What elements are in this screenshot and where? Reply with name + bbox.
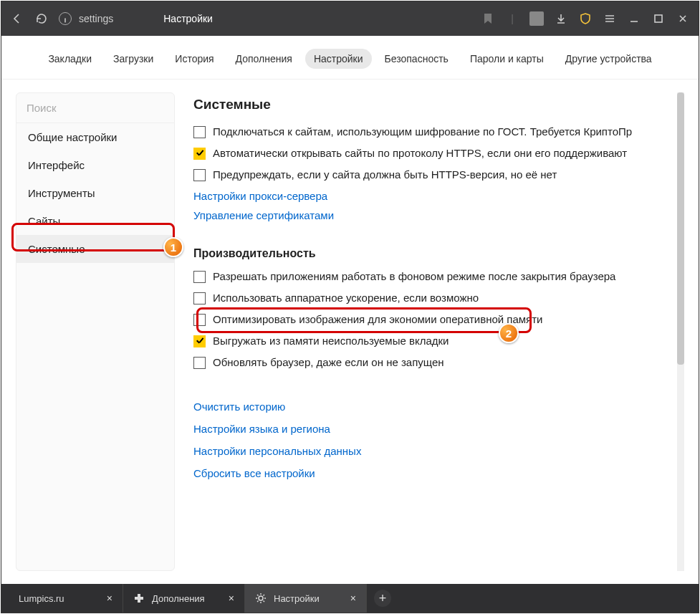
tab-label-1: Дополнения xyxy=(152,593,205,604)
browser-tab-0[interactable]: Lumpics.ru× xyxy=(1,584,123,613)
perf-option-label-2: Оптимизировать изображения для экономии … xyxy=(213,313,542,325)
content-area: Поиск Общие настройкиИнтерфейсИнструмент… xyxy=(1,80,699,584)
top-tab-7[interactable]: Другие устройства xyxy=(557,49,661,69)
sidebar-item-2[interactable]: Инструменты xyxy=(16,179,174,207)
perf-option-row-3: Выгружать из памяти неиспользуемые вклад… xyxy=(193,335,684,347)
system-option-row-0: Подключаться к сайтам, использующим шифр… xyxy=(193,125,684,138)
browser-tab-2[interactable]: Настройки× xyxy=(245,584,367,613)
sidebar-item-4[interactable]: Системные xyxy=(16,235,174,263)
tab-close-1[interactable]: × xyxy=(229,593,234,604)
scrollbar-track[interactable] xyxy=(677,92,684,571)
perf-option-row-1: Использовать аппаратное ускорение, если … xyxy=(193,292,684,304)
divider: | xyxy=(505,11,519,26)
system-option-label-1: Автоматически открывать сайты по протоко… xyxy=(213,147,627,159)
minimize-button[interactable] xyxy=(627,11,641,26)
sidebar-item-1[interactable]: Интерфейс xyxy=(16,151,174,179)
cert-link[interactable]: Управление сертификатами xyxy=(193,209,684,221)
top-tab-1[interactable]: Загрузки xyxy=(105,49,162,69)
perf-option-label-3: Выгружать из памяти неиспользуемые вклад… xyxy=(213,335,449,347)
downloads-icon[interactable] xyxy=(554,11,568,26)
close-button[interactable] xyxy=(676,11,690,26)
perf-option-checkbox-3[interactable] xyxy=(193,335,206,347)
bookmark-icon[interactable] xyxy=(481,11,495,26)
sidebar-item-0[interactable]: Общие настройки xyxy=(16,123,174,151)
svg-point-1 xyxy=(259,596,263,600)
system-option-checkbox-2[interactable] xyxy=(193,169,206,181)
perf-option-checkbox-2[interactable] xyxy=(193,314,206,326)
lang-region-link[interactable]: Настройки языка и региона xyxy=(193,423,684,435)
new-tab-button[interactable]: + xyxy=(374,590,391,607)
tab-favicon-2 xyxy=(255,593,267,604)
system-option-checkbox-0[interactable] xyxy=(193,126,206,138)
tab-label-0: Lumpics.ru xyxy=(19,593,64,604)
protect-icon[interactable] xyxy=(578,11,593,26)
perf-option-label-0: Разрешать приложениям работать в фоновом… xyxy=(213,270,615,282)
top-tab-6[interactable]: Пароли и карты xyxy=(461,49,552,69)
perf-option-row-0: Разрешать приложениям работать в фоновом… xyxy=(193,270,684,283)
perf-option-row-2: Оптимизировать изображения для экономии … xyxy=(193,313,684,326)
callout-badge-2: 2 xyxy=(499,323,519,343)
settings-sidebar: Поиск Общие настройкиИнтерфейсИнструмент… xyxy=(16,92,175,571)
system-option-label-2: Предупреждать, если у сайта должна быть … xyxy=(213,168,557,181)
scrollbar-thumb[interactable] xyxy=(677,92,684,365)
address-bar[interactable]: settings Настройки xyxy=(59,12,471,25)
avatar-icon[interactable] xyxy=(529,11,544,26)
perf-option-checkbox-4[interactable] xyxy=(193,357,206,369)
top-tab-5[interactable]: Безопасность xyxy=(376,49,457,69)
tab-close-0[interactable]: × xyxy=(107,593,112,604)
perf-option-label-4: Обновлять браузер, даже если он не запущ… xyxy=(213,356,444,368)
system-option-label-0: Подключаться к сайтам, использующим шифр… xyxy=(213,125,632,138)
section-title-performance: Производительность xyxy=(193,247,684,260)
personal-data-link[interactable]: Настройки персональных данных xyxy=(193,445,684,457)
browser-tab-1[interactable]: Дополнения× xyxy=(123,584,245,613)
browser-tabs: Lumpics.ru×Дополнения×Настройки×+ xyxy=(1,584,699,613)
tab-favicon-1 xyxy=(133,593,145,604)
menu-icon[interactable] xyxy=(603,11,617,26)
perf-option-row-4: Обновлять браузер, даже если он не запущ… xyxy=(193,356,684,369)
tab-close-2[interactable]: × xyxy=(350,593,356,604)
system-option-row-2: Предупреждать, если у сайта должна быть … xyxy=(193,168,684,181)
yandex-icon xyxy=(59,12,72,25)
maximize-button[interactable] xyxy=(651,11,666,26)
titlebar: settings Настройки | xyxy=(1,1,699,36)
perf-option-checkbox-1[interactable] xyxy=(193,292,206,304)
top-tab-0[interactable]: Закладки xyxy=(39,49,100,69)
section-title-system: Системные xyxy=(193,97,684,112)
svg-rect-0 xyxy=(655,15,662,22)
system-option-row-1: Автоматически открывать сайты по протоко… xyxy=(193,147,684,160)
top-tab-4[interactable]: Настройки xyxy=(305,49,372,69)
page-title: Настройки xyxy=(163,13,213,24)
top-tab-2[interactable]: История xyxy=(166,49,222,69)
reset-settings-link[interactable]: Сбросить все настройки xyxy=(193,467,684,479)
back-button[interactable] xyxy=(10,11,24,26)
reload-button[interactable] xyxy=(34,11,49,26)
clear-history-link[interactable]: Очистить историю xyxy=(193,400,684,413)
search-input[interactable]: Поиск xyxy=(16,93,174,123)
perf-option-label-1: Использовать аппаратное ускорение, если … xyxy=(213,292,479,304)
callout-badge-1: 1 xyxy=(163,237,183,257)
tab-label-2: Настройки xyxy=(274,593,320,604)
system-option-checkbox-1[interactable] xyxy=(193,148,206,160)
main-panel: Системные Подключаться к сайтам, использ… xyxy=(188,92,684,571)
address-text: settings xyxy=(79,13,113,24)
sidebar-item-3[interactable]: Сайты xyxy=(16,207,174,235)
perf-option-checkbox-0[interactable] xyxy=(193,271,206,283)
top-tab-3[interactable]: Дополнения xyxy=(227,49,301,69)
proxy-link[interactable]: Настройки прокси-сервера xyxy=(193,190,684,202)
settings-tabs: ЗакладкиЗагрузкиИсторияДополненияНастрой… xyxy=(1,36,699,80)
